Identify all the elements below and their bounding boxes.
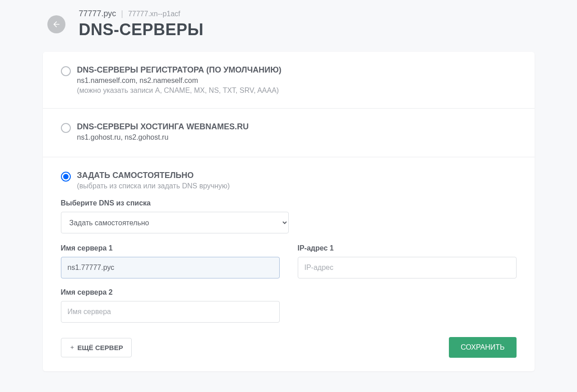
- radio-custom[interactable]: [61, 172, 71, 182]
- option-hosting[interactable]: DNS-СЕРВЕРЫ ХОСТИНГА WEBNAMES.RU ns1.goh…: [43, 109, 535, 157]
- dns-settings-card: DNS-СЕРВЕРЫ РЕГИСТРАТОРА (ПО УМОЛЧАНИЮ) …: [43, 52, 535, 371]
- domain-display: 77777.рус: [79, 9, 116, 18]
- option-registrar-servers: ns1.nameself.com, ns2.nameself.com: [77, 77, 517, 85]
- option-registrar-title: DNS-СЕРВЕРЫ РЕГИСТРАТОРА (ПО УМОЛЧАНИЮ): [77, 65, 517, 75]
- option-custom[interactable]: ЗАДАТЬ САМОСТОЯТЕЛЬНО (выбрать из списка…: [43, 157, 535, 195]
- save-button[interactable]: СОХРАНИТЬ: [449, 337, 516, 358]
- option-registrar[interactable]: DNS-СЕРВЕРЫ РЕГИСТРАТОРА (ПО УМОЛЧАНИЮ) …: [43, 52, 535, 109]
- add-server-label: ЕЩЁ СЕРВЕР: [78, 344, 123, 351]
- option-hosting-servers: ns1.gohost.ru, ns2.gohost.ru: [77, 133, 517, 141]
- page-title: DNS-СЕРВЕРЫ: [79, 20, 535, 39]
- breadcrumb-separator: |: [121, 9, 123, 18]
- option-custom-note: (выбрать из списка или задать DNS вручну…: [77, 182, 517, 190]
- breadcrumb: 77777.рус | 77777.xn--p1acf: [79, 9, 535, 18]
- radio-registrar[interactable]: [61, 66, 71, 76]
- ip1-label: IP-адрес 1: [298, 244, 517, 252]
- radio-hosting[interactable]: [61, 123, 71, 133]
- server1-input[interactable]: [61, 257, 280, 278]
- add-server-button[interactable]: ЕЩЁ СЕРВЕР: [61, 338, 132, 357]
- server1-label: Имя сервера 1: [61, 244, 280, 252]
- domain-punycode: 77777.xn--p1acf: [128, 10, 180, 18]
- option-registrar-note: (можно указать записи A, CNAME, MX, NS, …: [77, 87, 517, 95]
- option-hosting-title: DNS-СЕРВЕРЫ ХОСТИНГА WEBNAMES.RU: [77, 122, 517, 132]
- option-custom-title: ЗАДАТЬ САМОСТОЯТЕЛЬНО: [77, 171, 517, 180]
- back-button[interactable]: [47, 15, 65, 33]
- select-dns-label: Выберите DNS из списка: [61, 199, 517, 207]
- arrow-left-icon: [52, 20, 61, 29]
- server2-label: Имя сервера 2: [61, 288, 280, 296]
- ip1-input[interactable]: [298, 257, 517, 278]
- select-dns[interactable]: Задать самостоятельно: [61, 212, 289, 233]
- server2-input[interactable]: [61, 301, 280, 323]
- plus-icon: [69, 345, 75, 350]
